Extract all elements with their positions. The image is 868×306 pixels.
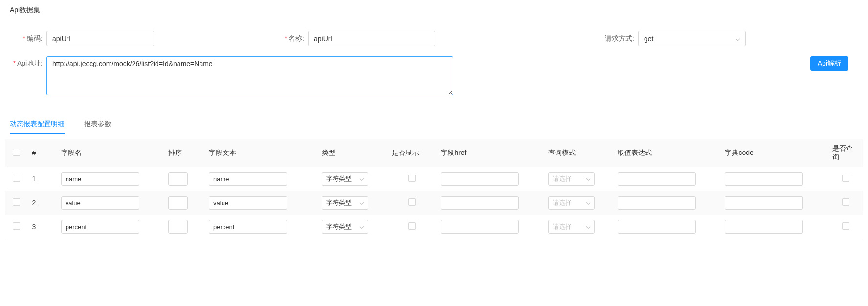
- type-select[interactable]: 字符类型: [322, 172, 368, 186]
- href-input[interactable]: [441, 172, 519, 186]
- th-index: #: [28, 139, 57, 167]
- query-mode-select[interactable]: 请选择: [548, 172, 595, 186]
- page-title: Api数据集: [0, 0, 868, 21]
- href-input[interactable]: [441, 220, 519, 234]
- th-sort: 排序: [164, 139, 205, 167]
- is-query-checkbox[interactable]: [842, 198, 849, 206]
- query-mode-select[interactable]: 请选择: [548, 220, 595, 234]
- row-index: 1: [28, 167, 57, 191]
- th-href: 字段href: [437, 139, 544, 167]
- code-input[interactable]: [46, 31, 154, 46]
- dict-input[interactable]: [725, 220, 803, 234]
- chevron-down-icon: [359, 175, 364, 183]
- th-is-show: 是否显示: [388, 139, 437, 167]
- href-input[interactable]: [441, 196, 519, 210]
- th-field-name: 字段名: [57, 139, 164, 167]
- tab-report-params[interactable]: 报表参数: [84, 115, 111, 134]
- select-all-checkbox[interactable]: [13, 149, 20, 156]
- is-show-checkbox[interactable]: [408, 222, 416, 230]
- sort-input[interactable]: [168, 220, 188, 234]
- chevron-down-icon: [586, 175, 591, 183]
- th-query-mode: 查询模式: [544, 139, 614, 167]
- th-dict: 字典code: [721, 139, 828, 167]
- is-query-checkbox[interactable]: [842, 175, 849, 182]
- field-text-input[interactable]: [209, 220, 287, 234]
- field-name-input[interactable]: [61, 172, 139, 186]
- code-label: *编码:: [10, 34, 46, 43]
- row-index: 2: [28, 191, 57, 215]
- th-field-text: 字段文本: [205, 139, 318, 167]
- url-label: *Api地址:: [10, 56, 46, 68]
- type-select[interactable]: 字符类型: [322, 220, 368, 234]
- name-label: *名称:: [271, 34, 308, 43]
- row-checkbox[interactable]: [13, 222, 20, 230]
- expr-input[interactable]: [618, 172, 696, 186]
- row-checkbox[interactable]: [13, 198, 20, 206]
- table-row: 2字符类型请选择: [5, 191, 863, 215]
- sort-input[interactable]: [168, 196, 188, 210]
- expr-input[interactable]: [618, 196, 696, 210]
- is-query-checkbox[interactable]: [842, 222, 849, 230]
- th-type: 类型: [318, 139, 387, 167]
- chevron-down-icon: [359, 223, 364, 231]
- name-input[interactable]: [308, 31, 435, 46]
- method-label: 请求方式:: [605, 34, 638, 43]
- table-header-row: # 字段名 排序 字段文本 类型 是否显示 字段href 查询模式 取值表达式 …: [5, 139, 863, 167]
- form-section: *编码: *名称: 请求方式: get *Api地址: Api解析: [0, 21, 868, 100]
- chevron-down-icon: [586, 223, 591, 231]
- field-name-input[interactable]: [61, 196, 139, 210]
- table-row: 3字符类型请选择: [5, 215, 863, 239]
- dict-input[interactable]: [725, 196, 803, 210]
- field-text-input[interactable]: [209, 196, 287, 210]
- method-select[interactable]: get: [638, 31, 746, 46]
- dict-input[interactable]: [725, 172, 803, 186]
- fields-table: # 字段名 排序 字段文本 类型 是否显示 字段href 查询模式 取值表达式 …: [5, 139, 863, 239]
- expr-input[interactable]: [618, 220, 696, 234]
- sort-input[interactable]: [168, 172, 188, 186]
- is-show-checkbox[interactable]: [408, 175, 416, 182]
- th-expr: 取值表达式: [614, 139, 721, 167]
- chevron-down-icon: [359, 199, 364, 207]
- th-is-query: 是否查询: [828, 139, 863, 167]
- field-name-input[interactable]: [61, 220, 139, 234]
- table-row: 1字符类型请选择: [5, 167, 863, 191]
- chevron-down-icon: [586, 199, 591, 207]
- tabs: 动态报表配置明细 报表参数: [0, 115, 868, 134]
- chevron-down-icon: [735, 35, 740, 43]
- query-mode-select[interactable]: 请选择: [548, 196, 595, 210]
- row-index: 3: [28, 215, 57, 239]
- tab-config-detail[interactable]: 动态报表配置明细: [10, 115, 65, 134]
- type-select[interactable]: 字符类型: [322, 196, 368, 210]
- is-show-checkbox[interactable]: [408, 198, 416, 206]
- field-text-input[interactable]: [209, 172, 287, 186]
- api-parse-button[interactable]: Api解析: [810, 56, 848, 71]
- row-checkbox[interactable]: [13, 175, 20, 182]
- api-url-textarea[interactable]: [46, 56, 453, 95]
